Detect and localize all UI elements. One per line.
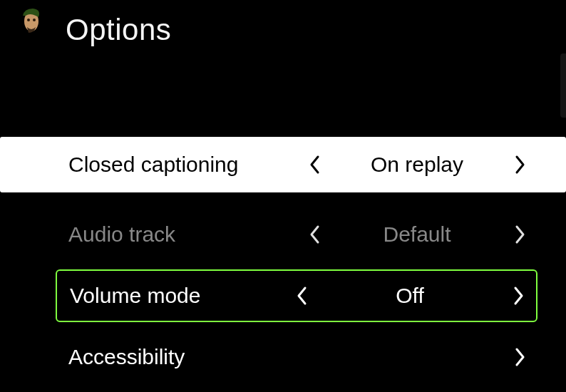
option-value-selector: Default	[304, 222, 530, 247]
option-value-selector	[304, 346, 530, 368]
chevron-left-icon[interactable]	[304, 224, 325, 245]
option-label: Audio track	[68, 222, 304, 247]
option-label: Accessibility	[68, 345, 304, 369]
option-row-audio-track[interactable]: Audio track Default	[0, 207, 566, 262]
option-label: Closed captioning	[68, 153, 304, 177]
chevron-right-icon[interactable]	[508, 285, 529, 306]
chevron-right-icon[interactable]	[509, 154, 530, 175]
option-row-volume-mode[interactable]: Volume mode Off	[56, 269, 537, 322]
chevron-left-icon[interactable]	[291, 285, 312, 306]
chevron-right-icon[interactable]	[509, 346, 530, 368]
option-row-accessibility[interactable]: Accessibility	[0, 329, 566, 385]
option-value: Off	[312, 284, 508, 308]
svg-point-1	[27, 19, 30, 21]
option-row-closed-captioning[interactable]: Closed captioning On replay	[0, 137, 566, 192]
option-value: On replay	[325, 153, 509, 177]
option-value-selector: Off	[291, 284, 529, 308]
options-list: Closed captioning On replay Audio track …	[0, 137, 566, 385]
option-label: Volume mode	[70, 284, 291, 308]
option-value: Default	[325, 222, 509, 247]
page-title: Options	[66, 13, 171, 47]
profile-avatar[interactable]	[17, 6, 46, 34]
svg-point-2	[33, 19, 36, 21]
chevron-left-icon[interactable]	[304, 154, 325, 175]
option-value-selector: On replay	[304, 153, 530, 177]
scrollbar-indicator	[560, 53, 566, 118]
chevron-right-icon[interactable]	[509, 224, 530, 245]
